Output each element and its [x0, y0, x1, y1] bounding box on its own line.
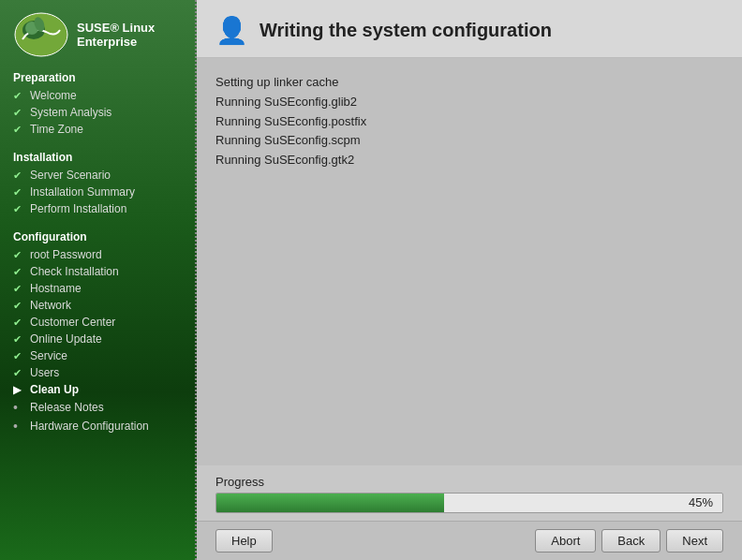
sidebar-item-hostname[interactable]: ✔ Hostname: [0, 280, 197, 297]
abort-button[interactable]: Abort: [535, 529, 596, 553]
sidebar-item-perform-installation[interactable]: ✔ Perform Installation: [0, 200, 197, 217]
sidebar-item-label: Installation Summary: [30, 185, 135, 199]
check-icon: ✔: [13, 300, 24, 312]
bullet-icon: •: [13, 400, 24, 415]
main-content: Setting up linker cache Running SuSEconf…: [197, 58, 742, 465]
sidebar-logo-area: SUSE® Linux Enterprise: [0, 0, 197, 66]
sidebar-item-label: Users: [30, 366, 59, 379]
sidebar-item-label: Time Zone: [30, 123, 83, 136]
check-icon: ✔: [13, 350, 24, 362]
sidebar-item-label: System Analysis: [30, 106, 111, 119]
bullet-icon: •: [13, 419, 24, 434]
next-button[interactable]: Next: [666, 529, 723, 553]
sidebar-item-label: Welcome: [30, 89, 77, 102]
sidebar-item-check-installation[interactable]: ✔ Check Installation: [0, 263, 197, 280]
sidebar-item-system-analysis[interactable]: ✔ System Analysis: [0, 104, 197, 121]
sidebar-item-network[interactable]: ✔ Network: [0, 297, 197, 314]
arrow-icon: ▶: [13, 384, 24, 396]
check-icon: ✔: [13, 333, 24, 346]
sidebar-item-server-scenario[interactable]: ✔ Server Scenario: [0, 167, 197, 184]
log-line-3: Running SuSEconfig.postfix: [215, 112, 723, 132]
sidebar-item-label: root Password: [30, 248, 102, 261]
check-icon: ✔: [13, 90, 24, 102]
sidebar-item-label: Network: [30, 299, 71, 312]
main-header: 👤 Writing the system configuration: [197, 0, 742, 58]
sidebar-item-label: Server Scenario: [30, 169, 111, 182]
log-line-4: Running SuSEconfig.scpm: [215, 131, 723, 151]
sidebar-item-label: Clean Up: [30, 383, 79, 396]
sidebar-item-label: Hardware Configuration: [30, 420, 149, 433]
sidebar-item-welcome[interactable]: ✔ Welcome: [0, 87, 197, 104]
sidebar-item-clean-up[interactable]: ▶ Clean Up: [0, 381, 197, 398]
progress-percent: 45%: [689, 495, 713, 509]
sidebar-item-label: Release Notes: [30, 401, 104, 414]
section-label-configuration: Configuration: [0, 225, 197, 246]
footer-right-buttons: Abort Back Next: [535, 529, 723, 553]
check-icon: ✔: [13, 186, 24, 199]
section-label-installation: Installation: [0, 145, 197, 167]
sidebar-item-online-update[interactable]: ✔ Online Update: [0, 331, 197, 347]
check-icon: ✔: [13, 317, 24, 329]
log-line-1: Setting up linker cache: [215, 73, 723, 93]
sidebar: SUSE® Linux Enterprise Preparation ✔ Wel…: [0, 0, 197, 560]
sidebar-item-service[interactable]: ✔ Service: [0, 347, 197, 364]
check-icon: ✔: [13, 203, 24, 215]
sidebar-item-release-notes[interactable]: • Release Notes: [0, 398, 197, 417]
sidebar-item-installation-summary[interactable]: ✔ Installation Summary: [0, 184, 197, 200]
page-title: Writing the system configuration: [260, 20, 552, 41]
footer: Help Abort Back Next: [197, 521, 742, 560]
log-line-2: Running SuSEconfig.glib2: [215, 93, 723, 112]
check-icon: ✔: [13, 107, 24, 119]
check-icon: ✔: [13, 283, 24, 295]
section-label-preparation: Preparation: [0, 66, 197, 87]
progress-area: Progress 45%: [197, 465, 742, 521]
sidebar-item-label: Hostname: [30, 282, 82, 295]
progress-bar-container: 45%: [215, 493, 723, 513]
check-icon: ✔: [13, 124, 24, 136]
header-icon: 👤: [215, 15, 248, 46]
check-icon: ✔: [13, 367, 24, 379]
back-button[interactable]: Back: [601, 529, 660, 553]
main-panel: 👤 Writing the system configuration Setti…: [197, 0, 742, 560]
check-icon: ✔: [13, 249, 24, 261]
sidebar-item-label: Customer Center: [30, 316, 115, 329]
suse-logo-icon: [13, 11, 69, 58]
sidebar-item-hardware-configuration[interactable]: • Hardware Configuration: [0, 417, 197, 435]
sidebar-item-customer-center[interactable]: ✔ Customer Center: [0, 314, 197, 331]
progress-bar-fill: [216, 494, 444, 512]
sidebar-separator: [194, 0, 197, 560]
log-line-5: Running SuSEconfig.gtk2: [215, 151, 723, 170]
progress-label: Progress: [215, 475, 723, 489]
sidebar-item-label: Online Update: [30, 332, 102, 346]
sidebar-item-users[interactable]: ✔ Users: [0, 364, 197, 381]
sidebar-brand: SUSE® Linux Enterprise: [77, 21, 155, 49]
check-icon: ✔: [13, 169, 24, 182]
sidebar-item-label: Service: [30, 349, 67, 362]
sidebar-item-label: Perform Installation: [30, 202, 126, 215]
check-icon: ✔: [13, 266, 24, 278]
sidebar-item-root-password[interactable]: ✔ root Password: [0, 246, 197, 263]
help-button[interactable]: Help: [215, 529, 273, 553]
sidebar-item-time-zone[interactable]: ✔ Time Zone: [0, 121, 197, 138]
sidebar-item-label: Check Installation: [30, 265, 119, 278]
